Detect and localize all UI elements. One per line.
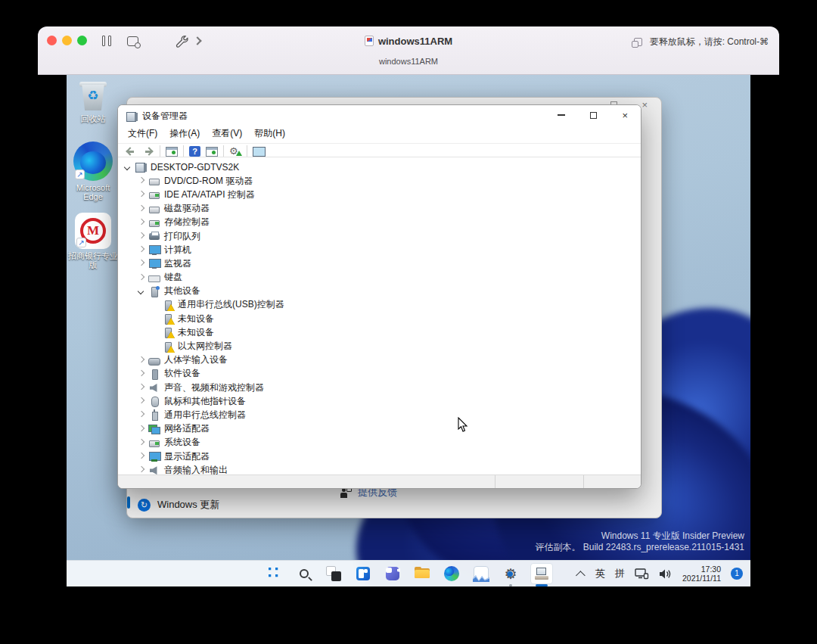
tree-chevron[interactable]	[136, 204, 147, 214]
device-manager-window[interactable]: 设备管理器 × 文件(F)操作(A)查看(V)帮助(H)	[117, 104, 641, 489]
maximize-button[interactable]	[577, 105, 609, 125]
tree-chevron[interactable]	[136, 451, 147, 462]
usb-controller-icon	[148, 409, 160, 420]
tree-item-desktop-gdtvs2k[interactable]: DESKTOP-GDTVS2K	[118, 160, 641, 174]
chat-button[interactable]	[383, 564, 402, 583]
tree-chevron[interactable]	[136, 369, 147, 379]
tree-chevron[interactable]	[136, 176, 147, 186]
device-manager-taskbar-button[interactable]	[530, 563, 553, 584]
tree-chevron[interactable]	[136, 244, 147, 255]
tree-item-monitors[interactable]: 监视器	[118, 257, 641, 270]
task-manager-button[interactable]	[471, 564, 491, 583]
warning-icon	[167, 331, 175, 338]
minimize-button[interactable]	[545, 105, 577, 125]
sidebar-item-windows-update[interactable]: ↻ Windows 更新	[138, 498, 219, 512]
tree-item-software-devices[interactable]: 软件设备	[118, 367, 641, 381]
tree-chevron[interactable]	[136, 396, 147, 406]
tree-chevron[interactable]	[150, 313, 160, 324]
edge-taskbar-button[interactable]	[442, 564, 461, 583]
tree-item-hid-devices[interactable]: 人体学输入设备	[118, 353, 641, 367]
tree-item-network-adapters[interactable]: 网络适配器	[118, 422, 641, 436]
recycle-bin-icon: ♻	[78, 79, 108, 112]
tree-chevron[interactable]	[136, 217, 147, 228]
desktop-icon-label: 招商银行专业版	[68, 251, 118, 269]
task-view-button[interactable]	[324, 564, 343, 583]
volume-icon[interactable]	[659, 568, 673, 580]
tree-item-system-devices[interactable]: 系统设备	[118, 436, 641, 450]
insider-watermark: Windows 11 专业版 Insider Preview 评估副本。 Bui…	[535, 530, 744, 553]
file-explorer-button[interactable]	[412, 564, 432, 583]
computer-icon	[135, 162, 147, 173]
tree-chevron[interactable]	[136, 272, 147, 283]
close-button[interactable]: ×	[609, 105, 641, 125]
tree-item-usb-controllers[interactable]: 通用串行总线控制器	[118, 408, 641, 422]
tree-item-mice-pointing[interactable]: 鼠标和其他指针设备	[118, 394, 641, 408]
search-icon	[300, 569, 309, 578]
tree-chevron[interactable]	[150, 327, 160, 338]
forward-button[interactable]	[142, 147, 154, 156]
device-manager-icon	[535, 568, 548, 580]
display-copy-icon[interactable]	[634, 38, 642, 46]
tree-item-ethernet-controller[interactable]: 以太网控制器	[118, 339, 641, 353]
tree-item-keyboards[interactable]: 键盘	[118, 271, 641, 285]
tree-chevron[interactable]	[123, 162, 133, 173]
tree-item-other-devices[interactable]: 其他设备	[118, 285, 641, 298]
help-icon[interactable]: ?	[189, 146, 200, 157]
cmb-bank-shortcut[interactable]: M ↗ 招商银行专业版	[68, 213, 118, 269]
tree-item-dvd-cdrom-drives[interactable]: DVD/CD-ROM 驱动器	[118, 174, 641, 188]
tree-chevron[interactable]	[136, 258, 147, 269]
recycle-bin-shortcut[interactable]: ♻ 回收站	[68, 79, 118, 123]
show-window-icon[interactable]	[206, 147, 218, 157]
tree-chevron[interactable]	[150, 341, 160, 352]
tree-item-ide-ata-atapi[interactable]: IDE ATA/ATAPI 控制器	[118, 188, 641, 201]
tree-chevron[interactable]	[136, 465, 147, 474]
tree-item-computer[interactable]: 计算机	[118, 243, 641, 257]
tree-chevron[interactable]	[136, 409, 147, 420]
ime-pinyin-indicator[interactable]: 拼	[615, 567, 625, 580]
other-devices-icon	[148, 286, 160, 297]
clock[interactable]: 17:30 2021/11/11	[682, 565, 721, 583]
menu-help[interactable]: 帮助(H)	[254, 127, 285, 140]
ime-english-indicator[interactable]: 英	[595, 567, 605, 580]
tree-item-unknown-device-2[interactable]: 未知设备	[118, 325, 641, 339]
console-window-icon[interactable]	[166, 147, 178, 157]
menu-action[interactable]: 操作(A)	[169, 127, 200, 140]
start-button[interactable]	[265, 564, 284, 583]
warning-icon	[167, 304, 175, 311]
running-indicator	[509, 584, 512, 586]
tree-item-sound-video-game[interactable]: 声音、视频和游戏控制器	[118, 381, 641, 394]
edge-shortcut[interactable]: ↗ Microsoft Edge	[68, 142, 118, 201]
taskbar: ⚙ 英 拼	[67, 560, 750, 586]
tree-item-storage-controllers[interactable]: 存储控制器	[118, 216, 641, 229]
tree-item-display-adapters[interactable]: 显示适配器	[118, 450, 641, 463]
tree-chevron[interactable]	[136, 424, 147, 434]
tree-chevron[interactable]	[136, 437, 147, 448]
tree-chevron[interactable]	[136, 286, 147, 297]
menu-view[interactable]: 查看(V)	[212, 127, 242, 140]
search-button[interactable]	[294, 564, 314, 583]
device-manager-titlebar[interactable]: 设备管理器 ×	[118, 105, 641, 125]
tree-item-usb-controller-unknown[interactable]: 通用串行总线(USB)控制器	[118, 298, 641, 312]
hidden-icons-chevron[interactable]	[576, 571, 586, 580]
tree-chevron[interactable]	[150, 300, 160, 310]
vm-tab-label[interactable]: windows11ARM	[38, 57, 779, 66]
scan-hardware-icon[interactable]: ⚙	[229, 146, 241, 157]
mouse-cursor	[458, 417, 468, 436]
widgets-button[interactable]	[353, 564, 373, 583]
tree-item-audio-inputs-outputs[interactable]: 音频输入和输出	[118, 463, 641, 474]
tree-chevron[interactable]	[136, 355, 147, 366]
settings-close-button[interactable]: ×	[641, 99, 648, 110]
back-button[interactable]	[125, 147, 137, 156]
notification-badge[interactable]: 1	[731, 568, 743, 580]
tree-item-print-queues[interactable]: 打印队列	[118, 229, 641, 243]
settings-button[interactable]: ⚙	[501, 564, 520, 583]
tree-chevron[interactable]	[136, 189, 147, 200]
monitor-icon[interactable]	[253, 147, 266, 157]
tree-chevron[interactable]	[136, 231, 147, 241]
tree-item-unknown-device-1[interactable]: 未知设备	[118, 312, 641, 325]
network-icon[interactable]	[635, 568, 649, 580]
tree-item-disk-drives[interactable]: 磁盘驱动器	[118, 202, 641, 216]
menu-file[interactable]: 文件(F)	[128, 127, 157, 140]
active-window-indicator	[536, 584, 548, 586]
tree-chevron[interactable]	[136, 382, 147, 393]
